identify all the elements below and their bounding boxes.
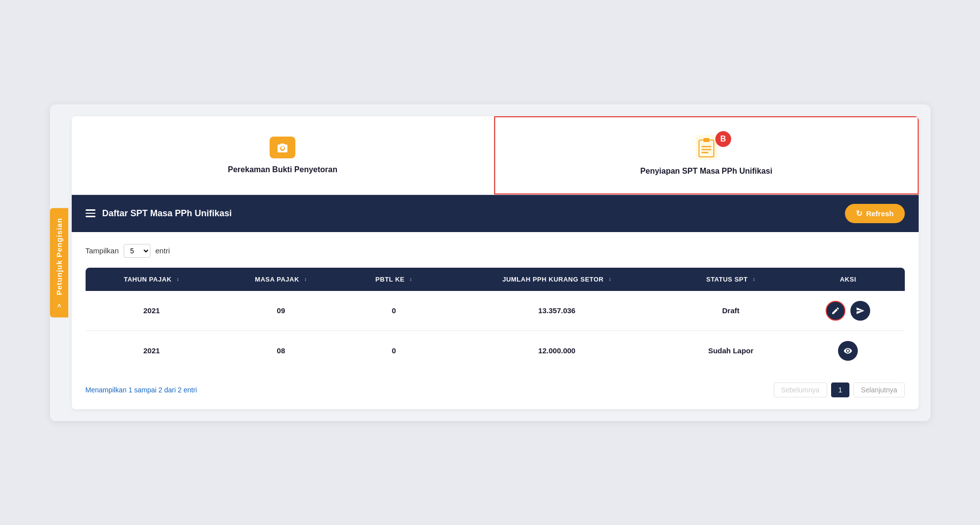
col-masa-pajak[interactable]: MASA PAJAK ↕ xyxy=(218,268,344,291)
view-button[interactable] xyxy=(838,341,858,361)
cell-jumlah-pph: 12.000.000 xyxy=(444,331,670,371)
card-penyiapan-title: Penyiapan SPT Masa PPh Unifikasi xyxy=(640,167,772,176)
show-entries-before: Tampilkan xyxy=(86,246,119,255)
sidebar-tab[interactable]: > Petunjuk Pengisian xyxy=(50,208,68,317)
next-page-button[interactable]: Selanjutnya xyxy=(853,382,904,397)
sort-icon-tahun: ↕ xyxy=(177,277,180,282)
table-row: 202108012.000.000Sudah Lapor xyxy=(86,331,905,371)
refresh-icon: ↻ xyxy=(856,209,862,218)
page-1-button[interactable]: 1 xyxy=(831,382,850,397)
badge-b: B xyxy=(715,131,731,147)
svg-rect-4 xyxy=(701,152,708,153)
cell-aksi xyxy=(792,331,905,371)
cell-masa-pajak: 08 xyxy=(218,331,344,371)
sort-icon-pbtl: ↕ xyxy=(410,277,413,282)
table-area: Tampilkan 5 10 25 50 entri TAHUN PAJAK ↕ xyxy=(72,232,919,409)
prev-page-button[interactable]: Sebelumnya xyxy=(774,382,827,397)
cell-jumlah-pph: 13.357.036 xyxy=(444,291,670,331)
cell-aksi xyxy=(792,291,905,331)
action-buttons xyxy=(801,341,895,361)
data-table: TAHUN PAJAK ↕ MASA PAJAK ↕ PBTL KE ↕ J xyxy=(86,268,905,371)
sort-icon-masa: ↕ xyxy=(304,277,307,282)
cell-tahun-pajak: 2021 xyxy=(86,331,218,371)
table-row: 202109013.357.036Draft xyxy=(86,291,905,331)
pagination-info: Menampilkan 1 sampai 2 dari 2 entri xyxy=(86,386,197,394)
main-content: Perekaman Bukti Penyetoran xyxy=(72,116,919,409)
edit-button[interactable] xyxy=(826,301,845,321)
svg-rect-0 xyxy=(699,140,714,157)
svg-rect-2 xyxy=(701,146,711,147)
pagination-area: Menampilkan 1 sampai 2 dari 2 entri Sebe… xyxy=(86,382,905,397)
cell-status-spt: Sudah Lapor xyxy=(670,331,792,371)
header-bar-left: Daftar SPT Masa PPh Unifikasi xyxy=(86,208,232,219)
hamburger-icon xyxy=(86,209,95,217)
card-perekaman[interactable]: Perekaman Bukti Penyetoran xyxy=(72,116,495,194)
svg-rect-3 xyxy=(701,149,711,150)
cell-pbtl-ke: 0 xyxy=(344,291,443,331)
card-penyiapan-icons: B xyxy=(696,135,717,160)
cell-masa-pajak: 09 xyxy=(218,291,344,331)
cell-pbtl-ke: 0 xyxy=(344,331,443,371)
show-entries: Tampilkan 5 10 25 50 entri xyxy=(86,244,905,258)
col-pbtl[interactable]: PBTL KE ↕ xyxy=(344,268,443,291)
top-cards: Perekaman Bukti Penyetoran xyxy=(72,116,919,195)
show-entries-after: entri xyxy=(155,246,170,255)
col-status-spt[interactable]: STATUS SPT ↕ xyxy=(670,268,792,291)
col-aksi: AKSI xyxy=(792,268,905,291)
refresh-label: Refresh xyxy=(866,209,894,218)
table-header-row: TAHUN PAJAK ↕ MASA PAJAK ↕ PBTL KE ↕ J xyxy=(86,268,905,291)
entries-select[interactable]: 5 10 25 50 xyxy=(124,244,150,258)
col-jumlah-pph[interactable]: JUMLAH PPH KURANG SETOR ↕ xyxy=(444,268,670,291)
card-perekaman-title: Perekaman Bukti Penyetoran xyxy=(228,165,337,174)
sort-icon-status: ↕ xyxy=(753,277,756,282)
col-tahun-pajak[interactable]: TAHUN PAJAK ↕ xyxy=(86,268,218,291)
clipboard-icon xyxy=(696,135,717,160)
header-title: Daftar SPT Masa PPh Unifikasi xyxy=(102,208,232,219)
cell-status-spt: Draft xyxy=(670,291,792,331)
camera-icon xyxy=(270,137,295,158)
header-bar: Daftar SPT Masa PPh Unifikasi ↻ Refresh xyxy=(72,195,919,232)
send-button[interactable] xyxy=(850,301,870,321)
cell-tahun-pajak: 2021 xyxy=(86,291,218,331)
refresh-button[interactable]: ↻ Refresh xyxy=(845,204,905,223)
svg-rect-1 xyxy=(703,138,709,142)
card-penyiapan[interactable]: B Penyiapan SPT Masa PPh Unifikasi xyxy=(494,116,919,194)
pagination-controls: Sebelumnya 1 Selanjutnya xyxy=(774,382,905,397)
sidebar-chevron: > xyxy=(55,303,63,307)
sidebar-tab-label: Petunjuk Pengisian xyxy=(55,218,63,295)
action-buttons xyxy=(801,301,895,321)
sort-icon-jumlah: ↕ xyxy=(608,277,611,282)
outer-wrapper: > Petunjuk Pengisian Perekaman Bukti Pen… xyxy=(50,104,931,421)
